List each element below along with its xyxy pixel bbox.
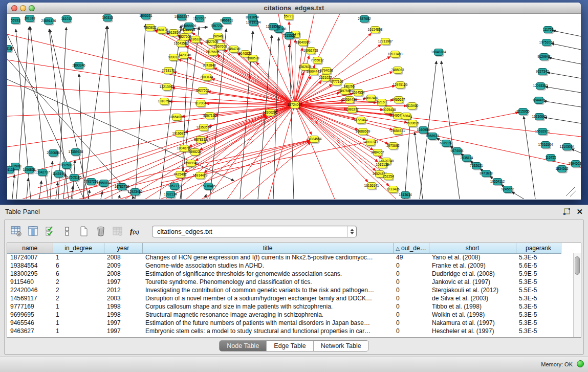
delete-column-button[interactable] (94, 225, 107, 238)
graph-node[interactable]: 8878312 (194, 137, 207, 144)
graph-node[interactable]: 16543582 (174, 40, 189, 48)
graph-node[interactable]: 12213963 (160, 84, 175, 92)
graph-node[interactable]: 989012 (168, 54, 179, 62)
show-columns-button[interactable] (27, 225, 40, 238)
graph-node[interactable]: 2803144 (200, 74, 213, 82)
graph-node[interactable]: 116755 (545, 155, 556, 162)
graph-node[interactable]: 18640910 (296, 39, 311, 47)
column-header-pagerank[interactable]: pagerank (516, 243, 561, 253)
graph-node[interactable]: 12505185 (67, 174, 82, 182)
network-window[interactable]: citations_edges.txt 18724007183002951938… (7, 3, 581, 200)
graph-node[interactable]: 16782759 (115, 184, 129, 191)
graph-node[interactable]: 10973493 (388, 51, 403, 59)
graph-node[interactable]: 8215955 (516, 108, 530, 116)
graph-node[interactable]: 68546 (213, 33, 224, 41)
graph-node[interactable]: 16958107 (97, 180, 112, 188)
graph-node[interactable]: 2588528 (246, 55, 259, 63)
graph-node[interactable]: 16909949 (184, 160, 199, 168)
table-mode-button[interactable] (10, 225, 23, 238)
table-row[interactable]: 911546021997Tourette syndrome. Phenomeno… (7, 278, 561, 286)
column-header-year[interactable]: year (104, 243, 142, 253)
graph-node[interactable]: 10654112 (490, 179, 505, 186)
graph-node[interactable]: 2033187 (7, 46, 14, 53)
delete-table-button[interactable] (111, 225, 124, 238)
graph-node[interactable]: 10688609 (356, 128, 371, 136)
graph-node[interactable]: 1733426 (386, 186, 400, 194)
row-height-button[interactable] (60, 225, 74, 238)
graph-node[interactable]: 190313 (102, 15, 113, 23)
table-row[interactable]: 2242004622012Investigating the contribut… (7, 286, 561, 294)
graph-node[interactable]: 18720407 (354, 117, 368, 125)
graph-node[interactable]: 17016504 (538, 142, 553, 149)
graph-node[interactable]: 1640954 (417, 127, 430, 135)
graph-node[interactable]: 111755 (543, 27, 554, 34)
graph-node[interactable]: 12093353 (533, 83, 548, 91)
graph-node[interactable]: 13942737 (35, 169, 50, 177)
graph-node[interactable]: 16914479 (193, 172, 208, 180)
graph-node[interactable]: 16154808 (368, 27, 383, 34)
table-row[interactable]: 1456911722003Disruption of a novel membe… (7, 294, 561, 302)
graph-node[interactable]: 7632621 (470, 163, 483, 170)
graph-node[interactable]: 16848784 (431, 49, 446, 57)
graph-node[interactable]: 3624554 (352, 90, 365, 97)
graph-node[interactable]: 6794028 (320, 68, 333, 75)
graph-node[interactable]: 12923466 (128, 189, 143, 196)
graph-node[interactable]: 7986372 (345, 106, 359, 114)
graph-node[interactable]: 391131 (7, 167, 15, 174)
table-row[interactable]: 1872400712008Changes of HCN gene express… (7, 253, 561, 261)
graph-node[interactable]: 2718170 (162, 68, 175, 75)
table-row[interactable]: 1830029562008Estimation of significance … (7, 270, 561, 278)
graph-node[interactable]: 17359928 (69, 149, 83, 157)
graph-node[interactable]: 1244415 (532, 97, 546, 105)
graph-node[interactable]: 9699695 (406, 120, 419, 128)
table-scrollbar[interactable] (573, 253, 581, 337)
graph-node[interactable]: 55931 (11, 17, 21, 25)
graph-node[interactable]: 1527607 (193, 15, 206, 23)
graph-node[interactable]: 9857771 (168, 183, 181, 191)
graph-node[interactable]: 9498222 (188, 149, 202, 157)
graph-node[interactable]: 5864 (402, 113, 412, 121)
graph-node[interactable]: 1905531 (139, 14, 153, 20)
tab-network-table[interactable]: Network Table (314, 341, 368, 351)
graph-node[interactable]: 817004 (195, 100, 206, 108)
table-select-combo[interactable]: citations_edges.txt (152, 226, 357, 237)
graph-node[interactable]: 18654982 (169, 114, 184, 122)
resize-grip-icon[interactable] (566, 187, 575, 196)
graph-node[interactable]: 10975887 (59, 162, 74, 170)
graph-node[interactable]: 15718485 (201, 183, 216, 191)
table-row[interactable]: 1938455462009Genome-wide association stu… (7, 261, 561, 270)
graph-node[interactable]: 9474444 (450, 148, 464, 156)
graph-node[interactable]: 9242848 (203, 62, 216, 70)
graph-node[interactable]: 9115460 (406, 103, 419, 111)
graph-node[interactable]: 7485063 (391, 67, 404, 75)
graph-node[interactable]: 252254 (383, 173, 394, 181)
graph-node[interactable]: 7425402 (173, 171, 187, 179)
graph-node[interactable]: 20364436 (342, 97, 357, 104)
graph-node[interactable]: 2935114 (461, 155, 473, 163)
graph-node[interactable]: 8186328 (189, 36, 202, 44)
graph-node[interactable]: 15692971 (535, 128, 550, 136)
column-header-out-de-[interactable]: △out_de… (393, 243, 429, 253)
tab-node-table[interactable]: Node Table (220, 341, 267, 351)
graph-node[interactable]: 9777169 (330, 79, 343, 86)
graph-node[interactable]: 161013 (61, 16, 72, 24)
tab-edge-table[interactable]: Edge Table (267, 341, 313, 351)
close-panel-icon[interactable]: ✕ (576, 208, 583, 215)
select-rows-button[interactable] (43, 225, 57, 238)
column-header-title[interactable]: title (142, 243, 393, 253)
graph-node[interactable]: 19654921 (390, 128, 405, 136)
scrollbar-thumb[interactable] (575, 256, 580, 275)
graph-node[interactable]: 55723 (284, 14, 294, 21)
graph-node[interactable]: 10653287 (175, 14, 189, 21)
graph-node[interactable]: 7865822 (143, 25, 157, 32)
graph-node[interactable]: 20891436 (41, 18, 56, 26)
graph-node[interactable]: 1145194 (53, 171, 66, 179)
graph-node[interactable]: 7857224 (210, 23, 224, 31)
graph-node[interactable]: 12353594 (197, 124, 211, 132)
graph-node[interactable]: 6497568 (338, 88, 352, 96)
function-builder-button[interactable]: f(x) (128, 225, 141, 238)
column-header-short[interactable]: short (429, 243, 516, 253)
graph-node[interactable]: 8427552 (196, 87, 209, 95)
graph-node[interactable]: 2975692 (386, 143, 400, 150)
graph-node[interactable]: 7515526 (282, 33, 296, 40)
